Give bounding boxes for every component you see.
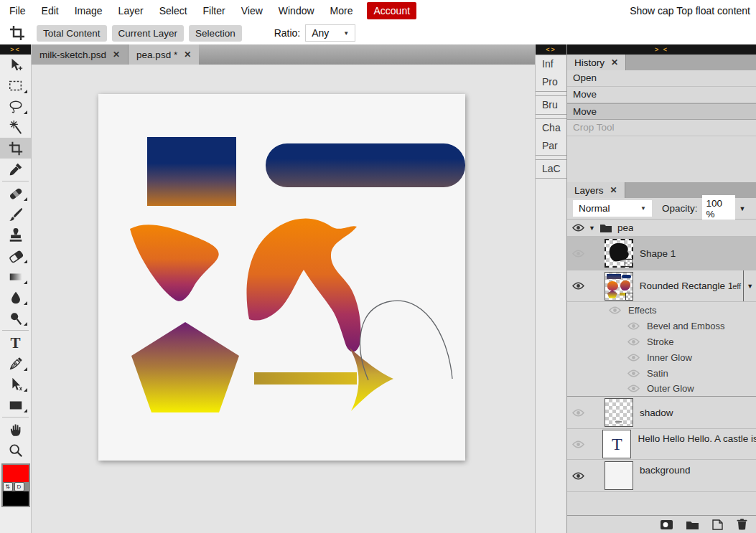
rail-item-paths[interactable]: Par [536, 137, 566, 155]
total-content-button[interactable]: Total Content [37, 25, 107, 42]
layer-row-background[interactable]: background [567, 460, 756, 492]
opacity-dropdown-icon[interactable]: ▼ [739, 205, 746, 212]
foreground-color-swatch[interactable] [3, 465, 29, 482]
move-tool-button[interactable] [0, 55, 31, 75]
rail-item-brush[interactable]: Bru [536, 96, 566, 114]
layer-row-rounded-rectangle[interactable]: Rounded Rectangle 1 eff ▼ [567, 270, 756, 302]
type-tool-button[interactable]: T [0, 332, 31, 353]
blend-mode-select[interactable]: Normal ▼ [573, 200, 652, 217]
layer-row-shape1[interactable]: Shape 1 [567, 237, 756, 270]
visibility-eye-icon[interactable] [572, 440, 584, 448]
close-icon[interactable]: ✕ [184, 49, 191, 60]
new-layer-icon[interactable] [712, 519, 723, 530]
layer-thumbnail[interactable]: T [602, 430, 631, 458]
menu-more[interactable]: More [322, 5, 361, 16]
crop-tool-button[interactable] [0, 138, 31, 159]
clone-stamp-tool-button[interactable] [0, 225, 31, 245]
opacity-input[interactable]: 100 % [702, 195, 735, 222]
close-icon[interactable]: ✕ [610, 185, 617, 195]
visibility-eye-icon[interactable] [572, 224, 584, 232]
visibility-eye-icon[interactable] [609, 306, 621, 314]
spot-heal-tool-button[interactable] [0, 183, 31, 204]
hand-tool-button[interactable] [0, 419, 31, 440]
tab-milk-sketch[interactable]: milk-sketch.psd ✕ [32, 44, 129, 65]
menu-window[interactable]: Window [271, 5, 322, 16]
history-item-move[interactable]: Move [567, 87, 756, 103]
visibility-eye-icon[interactable] [627, 354, 640, 362]
shape-tool-button[interactable] [0, 395, 31, 415]
history-item-move-current[interactable]: Move [567, 103, 756, 120]
canvas[interactable] [98, 94, 465, 461]
group-expand-icon[interactable]: ▼ [589, 225, 595, 232]
history-item-crop-tool[interactable]: Crop Tool [567, 120, 756, 136]
layers-tab[interactable]: Layers ✕ [567, 182, 625, 198]
effects-row[interactable]: Effects [567, 302, 756, 318]
layer-group-pea[interactable]: ▼ pea [567, 220, 756, 237]
effects-collapse-button[interactable]: ▼ [743, 270, 756, 301]
background-color-swatch[interactable] [3, 491, 29, 506]
visibility-eye-icon[interactable] [627, 385, 640, 392]
layers-empty-space [567, 492, 756, 515]
color-swatches[interactable]: ⇅ D [1, 463, 30, 507]
current-layer-button[interactable]: Current Layer [112, 25, 185, 42]
gradient-tool-button[interactable] [0, 266, 31, 287]
close-icon[interactable]: ✕ [611, 57, 618, 67]
account-button[interactable]: Account [367, 2, 416, 19]
pen-tool-button[interactable] [0, 353, 31, 374]
visibility-eye-icon[interactable] [572, 472, 584, 480]
lasso-tool-button[interactable] [0, 96, 31, 117]
visibility-eye-icon[interactable] [627, 322, 640, 330]
menu-layer[interactable]: Layer [111, 5, 151, 16]
layer-row-shadow[interactable]: shadow [567, 397, 756, 429]
rail-item-info[interactable]: Inf [536, 55, 566, 73]
dodge-tool-button[interactable] [0, 308, 31, 329]
effect-outer-glow[interactable]: Outer Glow [567, 381, 756, 397]
effect-stroke[interactable]: Stroke [567, 334, 756, 349]
new-group-folder-icon[interactable] [686, 520, 699, 529]
rail-collapse-button[interactable]: <> [536, 44, 566, 55]
menu-file[interactable]: File [1, 5, 34, 16]
eraser-tool-button[interactable] [0, 245, 31, 266]
effects-abbrev-label: eff [732, 282, 743, 291]
rail-item-layercomps[interactable]: LaC [536, 160, 566, 178]
tab-pea[interactable]: pea.psd * ✕ [129, 44, 199, 65]
layer-thumbnail[interactable] [605, 239, 633, 268]
menu-image[interactable]: Image [67, 5, 111, 16]
marquee-tool-button[interactable] [0, 75, 31, 96]
layer-thumbnail[interactable] [605, 398, 633, 427]
zoom-tool-button[interactable] [0, 440, 31, 461]
default-colors-button[interactable]: D [14, 482, 24, 491]
blur-tool-button[interactable] [0, 287, 31, 308]
history-item-open[interactable]: Open [567, 70, 756, 87]
visibility-eye-icon[interactable] [627, 338, 640, 346]
path-select-tool-button[interactable] [0, 374, 31, 395]
visibility-eye-icon[interactable] [572, 409, 584, 417]
history-tab[interactable]: History ✕ [567, 55, 626, 70]
brush-tool-button[interactable] [0, 204, 31, 225]
visibility-eye-icon[interactable] [572, 250, 584, 258]
panel-collapse-button[interactable]: > < [567, 44, 756, 55]
menu-select[interactable]: Select [151, 5, 195, 16]
ratio-select[interactable]: Any ▼ [305, 24, 355, 42]
visibility-eye-icon[interactable] [627, 369, 640, 377]
delete-layer-trash-icon[interactable] [737, 519, 747, 530]
selection-button[interactable]: Selection [189, 25, 242, 42]
menu-edit[interactable]: Edit [34, 5, 67, 16]
menu-filter[interactable]: Filter [195, 5, 233, 16]
effect-satin[interactable]: Satin [567, 365, 756, 381]
visibility-eye-icon[interactable] [572, 282, 584, 290]
menu-view[interactable]: View [233, 5, 271, 16]
layer-thumbnail[interactable] [605, 272, 633, 301]
layer-row-text[interactable]: T Hello Hello Hello. A castle is a t [567, 429, 756, 460]
toolbar-collapse-button[interactable]: >< [0, 44, 31, 55]
eyedropper-tool-button[interactable] [0, 159, 31, 179]
rail-item-properties[interactable]: Pro [536, 73, 566, 91]
effect-bevel-emboss[interactable]: Bevel and Emboss [567, 318, 756, 334]
effect-inner-glow[interactable]: Inner Glow [567, 349, 756, 365]
add-mask-icon[interactable] [661, 520, 673, 529]
rail-item-channels[interactable]: Cha [536, 119, 566, 137]
close-icon[interactable]: ✕ [113, 49, 120, 60]
swap-colors-button[interactable]: ⇅ [3, 482, 13, 491]
magic-wand-tool-button[interactable] [0, 117, 31, 138]
layer-thumbnail[interactable] [605, 461, 633, 490]
